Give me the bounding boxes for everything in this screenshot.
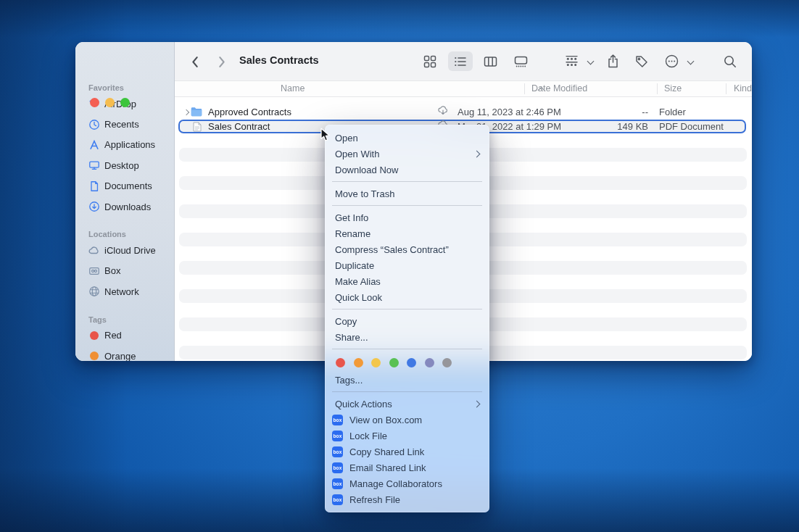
menu-item-get-info[interactable]: Get Info xyxy=(325,209,489,225)
column-divider[interactable] xyxy=(524,83,525,94)
red-tag-dot xyxy=(88,329,100,341)
forward-button[interactable] xyxy=(212,52,231,71)
box-app-icon: box xyxy=(332,431,343,441)
context-menu: Open Open With Download Now Move to Tras… xyxy=(325,125,489,512)
file-row-approved-contracts[interactable]: Approved Contracts Aug 11, 2023 at 2:46 … xyxy=(175,105,752,120)
sidebar-item-label: iCloud Drive xyxy=(104,245,156,256)
tag-green[interactable] xyxy=(389,358,399,367)
menu-item-download-now[interactable]: Download Now xyxy=(325,162,489,178)
recents-icon xyxy=(88,118,100,130)
menu-item-copy-shared-link[interactable]: boxCopy Shared Link xyxy=(325,444,489,460)
menu-item-quick-actions[interactable]: Quick Actions xyxy=(325,396,489,412)
menu-item-copy[interactable]: Copy xyxy=(325,313,489,329)
sidebar-item-applications[interactable]: Applications xyxy=(75,135,174,155)
column-header-kind[interactable]: Kind xyxy=(734,83,752,93)
menu-separator xyxy=(332,391,482,392)
file-name[interactable]: Sales Contract xyxy=(208,120,270,134)
sidebar-item-label: Recents xyxy=(104,119,139,130)
column-view-button[interactable] xyxy=(478,51,502,71)
tag-gray[interactable] xyxy=(442,358,452,367)
menu-item-refresh-file[interactable]: boxRefresh File xyxy=(325,491,489,507)
menu-item-compress[interactable]: Compress “Sales Contract” xyxy=(325,241,489,257)
box-app-icon: box xyxy=(332,494,343,505)
menu-item-open[interactable]: Open xyxy=(325,130,489,146)
menu-item-move-to-trash[interactable]: Move to Trash xyxy=(325,186,489,201)
network-icon xyxy=(88,286,100,298)
sidebar-item-label: Red xyxy=(104,330,122,341)
gallery-view-button[interactable] xyxy=(508,51,533,71)
list-view-button[interactable] xyxy=(448,51,473,71)
orange-tag-dot xyxy=(88,350,100,361)
menu-item-tags[interactable]: Tags... xyxy=(325,372,489,388)
file-size: -- xyxy=(581,105,648,120)
desktop-icon xyxy=(88,159,100,172)
sidebar-item-tag-orange[interactable]: Orange xyxy=(75,346,174,361)
file-kind: Folder xyxy=(659,105,686,120)
chevron-down-icon xyxy=(687,58,695,65)
tag-blue[interactable] xyxy=(407,358,416,367)
menu-item-manage-collaborators[interactable]: boxManage Collaborators xyxy=(325,475,489,491)
zoom-button[interactable] xyxy=(120,98,130,107)
group-button[interactable] xyxy=(559,51,584,71)
downloads-icon xyxy=(88,201,100,213)
disclosure-chevron-icon[interactable] xyxy=(183,109,189,115)
column-divider[interactable] xyxy=(726,83,726,94)
menu-item-open-with[interactable]: Open With xyxy=(325,146,489,162)
grid-view-button[interactable] xyxy=(418,51,442,71)
sidebar-item-recents[interactable]: Recents xyxy=(75,114,174,134)
window-title: Sales Contracts xyxy=(239,54,319,66)
tag-purple[interactable] xyxy=(425,358,434,367)
sidebar-item-label: Orange xyxy=(104,351,136,361)
menu-item-duplicate[interactable]: Duplicate xyxy=(325,257,489,273)
cloud-download-icon xyxy=(437,105,449,120)
menu-item-lock-file[interactable]: boxLock File xyxy=(325,428,489,444)
minimize-button[interactable] xyxy=(105,98,115,107)
sidebar-item-label: Documents xyxy=(104,180,152,191)
menu-item-quick-look[interactable]: Quick Look xyxy=(325,289,489,305)
menu-item-rename[interactable]: Rename xyxy=(325,225,489,241)
sidebar-item-downloads[interactable]: Downloads xyxy=(75,196,174,217)
column-header-date-modified[interactable]: Date Modified xyxy=(531,83,587,93)
sidebar-section-tags: Tags xyxy=(75,314,174,325)
tags-button[interactable] xyxy=(629,51,654,71)
sidebar-item-desktop[interactable]: Desktop xyxy=(75,155,174,175)
icloud-drive-icon xyxy=(88,244,100,257)
close-button[interactable] xyxy=(90,98,99,107)
menu-item-share[interactable]: Share... xyxy=(325,329,489,345)
documents-icon xyxy=(88,180,100,192)
sidebar-item-tag-red[interactable]: Red xyxy=(75,325,174,346)
column-header-size[interactable]: Size xyxy=(664,83,682,93)
mouse-cursor-icon xyxy=(320,128,331,146)
column-header-name[interactable]: Name xyxy=(281,83,305,93)
tag-yellow[interactable] xyxy=(371,358,381,367)
menu-item-view-on-box[interactable]: boxView on Box.com xyxy=(325,412,489,428)
sidebar-item-label: Downloads xyxy=(104,201,151,212)
column-divider[interactable] xyxy=(657,83,658,94)
file-size: 149 KB xyxy=(581,120,648,134)
box-app-icon: box xyxy=(332,462,343,473)
applications-icon xyxy=(88,138,100,151)
tag-red[interactable] xyxy=(336,358,345,367)
box-app-icon: box xyxy=(332,415,343,425)
menu-item-email-shared-link[interactable]: boxEmail Shared Link xyxy=(325,460,489,475)
more-actions-button[interactable] xyxy=(659,51,684,71)
sidebar-item-label: Network xyxy=(104,286,139,297)
sidebar-item-network[interactable]: Network xyxy=(75,281,174,302)
sidebar-item-box[interactable]: Box xyxy=(75,261,174,281)
share-button[interactable] xyxy=(600,51,625,71)
submenu-arrow-icon xyxy=(473,150,481,157)
file-kind: PDF Document xyxy=(659,120,724,134)
sidebar-item-icloud-drive[interactable]: iCloud Drive xyxy=(75,240,174,260)
menu-separator xyxy=(332,309,482,309)
search-button[interactable] xyxy=(718,51,742,71)
tag-orange[interactable] xyxy=(354,358,363,367)
sidebar-section-favorites: Favorites xyxy=(75,82,174,93)
sidebar-item-documents[interactable]: Documents xyxy=(75,176,174,196)
back-button[interactable] xyxy=(185,52,204,71)
file-name[interactable]: Approved Contracts xyxy=(208,105,291,120)
menu-separator xyxy=(332,181,482,182)
menu-item-make-alias[interactable]: Make Alias xyxy=(325,273,489,289)
pdf-document-icon xyxy=(193,122,204,133)
sidebar-item-label: Box xyxy=(104,265,120,276)
sidebar-item-label: Desktop xyxy=(104,160,139,171)
